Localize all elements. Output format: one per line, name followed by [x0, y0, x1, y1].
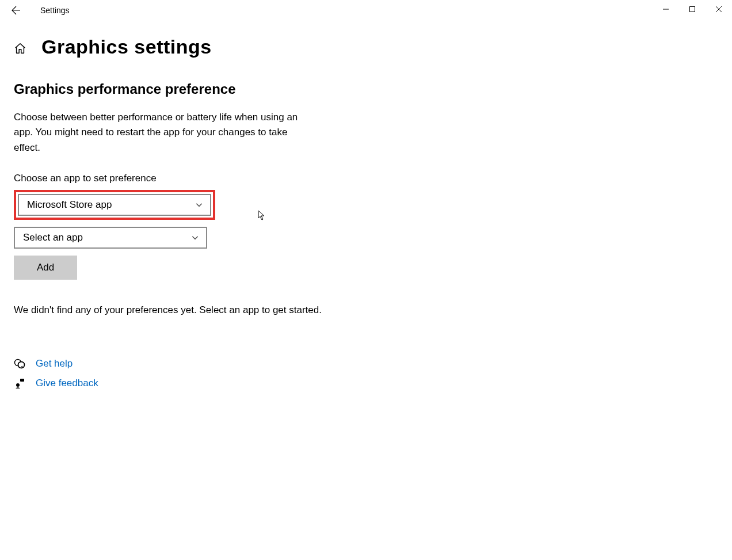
help-icon	[14, 358, 25, 369]
home-icon[interactable]	[14, 42, 26, 55]
highlight-annotation: Microsoft Store app	[14, 190, 215, 220]
window-title: Settings	[40, 6, 70, 15]
page-header: Graphics settings	[14, 36, 368, 58]
help-links: Get help Give feedback	[14, 358, 368, 389]
get-help-link[interactable]: Get help	[14, 358, 368, 369]
select-app-value: Select an app	[23, 232, 83, 243]
svg-point-7	[16, 383, 20, 387]
give-feedback-label: Give feedback	[36, 378, 98, 389]
page-title: Graphics settings	[41, 36, 212, 58]
chevron-down-icon	[191, 234, 199, 242]
chevron-down-icon	[195, 201, 203, 209]
maximize-button[interactable]	[679, 0, 706, 18]
minimize-button[interactable]	[653, 0, 679, 18]
close-button[interactable]	[706, 0, 732, 18]
select-app-dropdown[interactable]: Select an app	[14, 227, 207, 249]
content-area: Graphics settings Graphics performance p…	[0, 21, 368, 389]
window-controls	[653, 0, 732, 18]
dropdown-label: Choose an app to set preference	[14, 173, 368, 184]
add-button[interactable]: Add	[14, 256, 77, 280]
minimize-icon	[662, 6, 669, 13]
arrow-left-icon	[12, 6, 21, 15]
back-button[interactable]	[10, 5, 22, 16]
close-icon	[715, 6, 722, 13]
maximize-icon	[689, 6, 696, 13]
section-heading: Graphics performance preference	[14, 81, 368, 97]
section-description: Choose between better performance or bat…	[14, 110, 313, 155]
empty-state-message: We didn't find any of your preferences y…	[14, 303, 325, 318]
titlebar: Settings	[0, 0, 732, 21]
svg-rect-1	[690, 7, 695, 12]
get-help-label: Get help	[36, 358, 73, 369]
svg-rect-8	[20, 379, 24, 382]
app-type-dropdown[interactable]: Microsoft Store app	[18, 194, 211, 216]
feedback-icon	[14, 378, 25, 389]
give-feedback-link[interactable]: Give feedback	[14, 378, 368, 389]
app-type-value: Microsoft Store app	[27, 199, 112, 211]
